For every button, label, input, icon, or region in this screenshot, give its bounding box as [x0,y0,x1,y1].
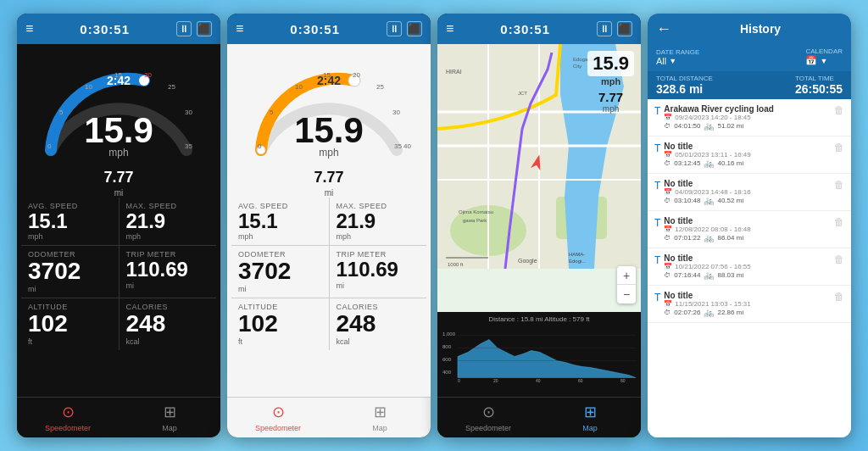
delete-button[interactable]: 🗑 [834,142,844,153]
avg-speed-value: 15.1 [28,210,112,232]
distance-dark: 7.77 [103,169,133,187]
total-distance-value: 328.6 mi [656,82,713,96]
history-item-info: Arakawa River cycling load 📅 09/24/2023 … [664,104,831,131]
date-range-value[interactable]: All ▼ [656,56,699,66]
avg-speed-cell-light: AVG. SPEED 15.1 mph [231,198,329,245]
history-item[interactable]: T Arakawa River cycling load 📅 09/24/202… [648,99,851,136]
clock-icon: ⏱ [664,234,670,242]
svg-text:30: 30 [185,109,192,116]
speedometer-map-nav-btn[interactable]: ⊙ Speedometer [437,398,539,437]
speed-value-dark: 15.9 [84,113,153,148]
svg-text:30: 30 [392,109,400,116]
delete-button[interactable]: 🗑 [834,291,844,303]
delete-button[interactable]: 🗑 [834,216,844,228]
svg-text:600: 600 [442,357,452,362]
map-map-nav-btn[interactable]: ⊞ Map [539,398,641,437]
map-nav-label-light: Map [372,424,387,432]
speedometer-nav-icon-light: ⊙ [272,403,285,421]
svg-text:80: 80 [620,378,626,383]
history-item-stats: ⏱ 07:16:44 🚲 88.03 mi [664,270,831,280]
menu-icon[interactable]: ≡ [25,21,33,36]
map-map-nav-label: Map [582,424,598,432]
calories-unit: kcal [126,337,210,346]
screen2-menu-icon[interactable]: ≡ [236,21,243,36]
history-item-stats: ⏱ 04:01:50 🚲 51.02 mi [664,121,831,131]
calendar-icon: 📅 [805,55,817,66]
history-item-date: 📅 10/21/2022 07:56 - 16:55 [664,263,831,270]
zoom-in-button[interactable]: + [617,266,636,285]
avg-time-dark: 2:42 [107,74,131,87]
calendar-icon-sm: 📅 [664,226,672,233]
speed-value-light: 15.9 [294,113,364,148]
odometer-unit-light: mi [238,285,322,293]
odometer-value-light: 3702 [238,259,322,285]
zoom-out-button[interactable]: − [617,285,636,303]
calendar-filter: CALENDAR 📅 ▼ [805,47,843,66]
date-range-text: All [656,56,666,66]
screen2-pause-button[interactable]: ⏸ [387,21,402,36]
history-item-info: No title 📅 10/21/2022 07:56 - 16:55 ⏱ 07… [664,253,831,280]
svg-text:800: 800 [442,344,452,349]
calendar-icon-sm: 📅 [664,188,672,196]
svg-text:1,000: 1,000 [442,331,456,337]
calendar-arrow: ▼ [820,57,827,65]
history-item[interactable]: T No title 📅 12/08/2022 08:08 - 16:48 ⏱ … [648,211,851,248]
delete-button[interactable]: 🗑 [834,253,844,265]
history-title: History [678,22,843,36]
date-range-label: DATE RANGE [656,48,699,56]
speedometer-map-nav-label: Speedometer [465,424,511,432]
history-item[interactable]: T No title 📅 10/21/2022 07:56 - 16:55 ⏱ … [648,248,851,286]
map-nav-btn-light[interactable]: ⊞ Map [329,398,431,437]
map-distance: 7.77 [587,90,634,104]
elevation-panel: Distance : 15.8 mi Altitude : 579 ft 1,0… [437,312,641,397]
screen2-controls: ⏸ ⬛ [387,21,422,36]
clock-icon: ⏱ [664,122,670,130]
trip-meter-value: 110.69 [126,259,210,281]
calendar-icon-sm: 📅 [664,151,672,159]
history-item-info: No title 📅 11/15/2021 13:03 - 15:31 ⏱ 02… [664,291,831,317]
svg-text:Edogi...: Edogi... [569,259,587,264]
speedometer-dark: 0 5 10 15 20 25 30 35 2:42 15.9 mph 7.77… [17,44,220,397]
altitude-value: 102 [28,311,112,337]
track-icon: T [654,217,660,229]
odometer-unit: mi [28,285,112,293]
svg-text:20: 20 [353,71,360,79]
back-button[interactable]: ← [656,20,671,38]
bike-icon: 🚲 [704,308,714,317]
map-nav-btn[interactable]: ⊞ Map [119,398,220,437]
history-item-info: No title 📅 04/09/2023 14:48 - 18:16 ⏱ 03… [664,179,831,205]
delete-button[interactable]: 🗑 [834,179,844,191]
screen2-header: ≡ 0:30:51 ⏸ ⬛ [227,14,431,44]
odometer-cell: ODOMETER 3702 mi [21,246,119,298]
screen3-pause-button[interactable]: ⏸ [597,21,612,36]
svg-text:20: 20 [493,378,498,383]
screen3-menu-icon[interactable]: ≡ [446,21,453,36]
clock-icon: ⏱ [664,197,670,204]
altitude-cell-light: ALTITUDE 102 ft [231,298,329,350]
avg-speed-cell: AVG. SPEED 15.1 mph [21,198,119,245]
map-bottom-nav: ⊙ Speedometer ⊞ Map [437,397,641,437]
gauge-wrapper: 0 5 10 15 20 25 30 35 2:42 15.9 mph [34,48,203,167]
stop-button[interactable]: ⬛ [197,21,212,36]
map-distance-unit: mph [587,104,634,114]
calendar-button[interactable]: 📅 ▼ [805,55,843,66]
history-item[interactable]: T No title 📅 05/01/2023 13:11 - 16:49 ⏱ … [648,136,851,174]
clock-icon: ⏱ [664,309,670,316]
history-item[interactable]: T No title 📅 04/09/2023 14:48 - 18:16 ⏱ … [648,174,851,211]
speedometer-nav-btn-light[interactable]: ⊙ Speedometer [227,398,329,437]
speedometer-nav-btn[interactable]: ⊙ Speedometer [17,398,119,437]
map-view[interactable]: HIRAI Edogawa City Ojima Komatsu gawa Pa… [437,44,641,397]
total-distance-label: TOTAL DISTANCE [656,75,713,82]
svg-text:gawa Park: gawa Park [463,218,487,223]
delete-button[interactable]: 🗑 [834,104,844,116]
trip-meter-cell: TRIP METER 110.69 mi [120,246,217,298]
screen2-stop-button[interactable]: ⬛ [407,21,422,36]
map-speed-unit: mph [587,76,634,86]
speedometer-light: 0 5 10 15 20 25 30 35 40 2:42 15.9 mph 7… [227,44,431,397]
history-item[interactable]: T No title 📅 11/15/2021 13:03 - 15:31 ⏱ … [648,286,851,323]
bike-icon: 🚲 [704,270,714,280]
map-nav-label: Map [162,424,177,432]
pause-button[interactable]: ⏸ [176,21,192,36]
screen3-stop-button[interactable]: ⬛ [617,21,632,36]
svg-text:60: 60 [578,378,583,383]
